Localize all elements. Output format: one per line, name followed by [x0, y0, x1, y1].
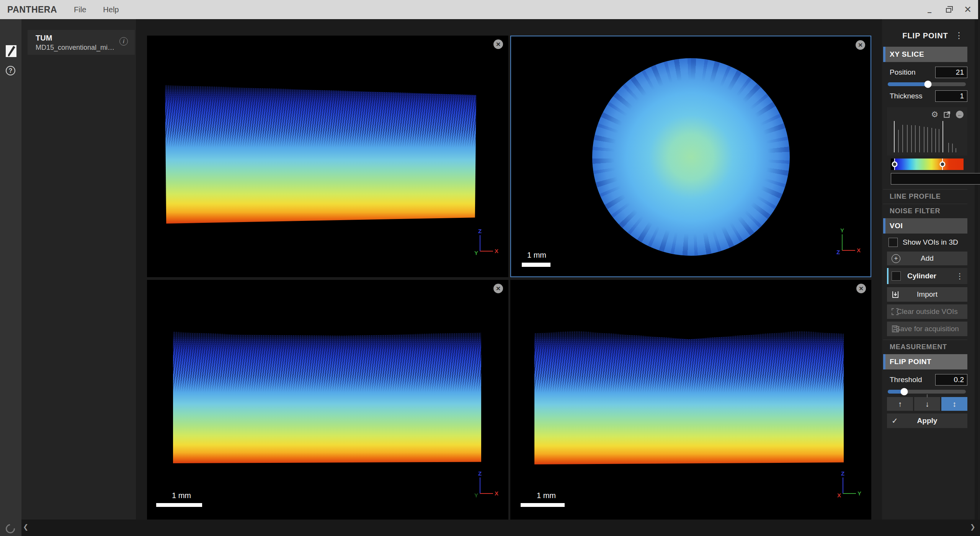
position-input[interactable] — [935, 67, 967, 78]
axis-right-label: Y — [858, 490, 861, 497]
axis-up-label: Z — [478, 228, 482, 234]
colormap-high-handle[interactable] — [942, 159, 943, 170]
section-line-profile[interactable]: LINE PROFILE — [883, 189, 967, 204]
colormap-popout-icon[interactable] — [944, 111, 951, 118]
thickness-input[interactable] — [935, 90, 967, 102]
viewport-bottom-left[interactable]: ✕ 1 mm Z X Y — [147, 280, 508, 520]
axis-origin-label: X — [837, 492, 841, 498]
help-icon[interactable]: ? — [6, 66, 15, 75]
dataset-card[interactable]: TUM MD15_conventional_microst... i — [28, 30, 135, 55]
colormap-low-handle[interactable] — [894, 159, 895, 170]
threshold-input[interactable] — [935, 374, 967, 386]
menu-file[interactable]: File — [74, 5, 86, 14]
restore-button[interactable] — [944, 5, 954, 15]
import-voi-button[interactable]: Import — [887, 287, 967, 302]
colormap-settings-icon[interactable]: ⚙ — [931, 110, 938, 119]
axis-right-label: X — [495, 490, 498, 497]
position-slider[interactable] — [888, 82, 966, 86]
section-flip-point[interactable]: FLIP POINT — [883, 354, 967, 369]
collapse-left-panel-chevron[interactable]: ❮ — [23, 523, 28, 531]
scale-bar-label: 1 mm — [172, 491, 202, 500]
inspector-title-row: FLIP POINT ⋮ — [883, 28, 967, 44]
section-xy-slice[interactable]: XY SLICE — [883, 47, 967, 62]
apply-button[interactable]: ✓ Apply — [887, 413, 967, 428]
window-edge — [978, 0, 980, 536]
inspector-panel: FLIP POINT ⋮ XY SLICE Position Thickness — [882, 19, 975, 520]
voi-item-menu-icon[interactable]: ⋮ — [956, 271, 964, 281]
save-icon — [892, 325, 899, 333]
axis-up-label: Z — [841, 471, 844, 477]
axis-gizmo: Y X Z — [836, 227, 861, 256]
flip-both-toggle[interactable]: ↕ — [941, 397, 967, 411]
show-vois-row: Show VOIs in 3D — [889, 237, 967, 248]
minimize-icon: – — [927, 8, 931, 16]
add-voi-button[interactable]: + Add — [887, 252, 967, 265]
viewport-close-button[interactable]: ✕ — [856, 284, 866, 293]
viewport-close-button[interactable]: ✕ — [493, 284, 503, 293]
viewport-close-button[interactable]: ✕ — [856, 40, 865, 50]
viewport-top-left[interactable]: ✕ Z X Y — [147, 36, 508, 277]
menu-help[interactable]: Help — [103, 5, 119, 14]
axis-gizmo: Z Y X — [837, 471, 861, 499]
flip-up-toggle[interactable]: ↑ — [887, 397, 913, 411]
slice-image — [165, 82, 476, 224]
viewport-bottom-right[interactable]: ✕ 1 mm Z Y X — [510, 280, 871, 520]
axis-right-label: X — [857, 247, 861, 253]
thickness-label: Thickness — [890, 92, 923, 100]
inspector-menu-icon[interactable]: ⋮ — [955, 31, 964, 41]
voi-item-checkbox[interactable] — [892, 271, 901, 281]
axis-gizmo: Z X Y — [474, 228, 498, 257]
axis-up-label: Z — [478, 471, 482, 477]
thickness-row: Thickness — [883, 90, 967, 103]
position-label: Position — [890, 68, 916, 77]
section-noise-filter[interactable]: NOISE FILTER — [883, 204, 967, 218]
threshold-label: Threshold — [890, 376, 922, 384]
close-window-button[interactable]: ✕ — [963, 5, 973, 15]
show-vois-label: Show VOIs in 3D — [903, 238, 958, 247]
slice-image — [173, 331, 481, 463]
position-row: Position — [883, 66, 967, 79]
show-vois-checkbox[interactable] — [889, 238, 898, 247]
threshold-slider[interactable] — [888, 390, 966, 394]
icon-sidebar: ? ❯ — [0, 19, 21, 536]
axis-up-label: Y — [840, 227, 844, 234]
dataset-panel: TUM MD15_conventional_microst... i — [21, 19, 136, 520]
axis-origin-label: Y — [474, 492, 478, 498]
minimize-button[interactable]: – — [924, 5, 934, 15]
voi-list-item-cylinder[interactable]: Cylinder ⋮ — [887, 268, 967, 284]
info-icon[interactable]: i — [119, 37, 128, 46]
threshold-row: Threshold — [883, 373, 967, 386]
app-title: PANTHERA — [7, 5, 57, 15]
viewport-top-right[interactable]: ✕ 1 mm Y X Z — [510, 36, 871, 277]
plus-icon: + — [892, 254, 900, 263]
crop-icon — [892, 308, 898, 315]
titlebar: PANTHERA File Help – ✕ — [0, 0, 978, 19]
slice-image — [534, 331, 844, 464]
threshold-slider-thumb[interactable] — [900, 388, 908, 395]
axis-origin-label: Y — [474, 250, 478, 256]
dataset-subtitle: MD15_conventional_microst... — [36, 44, 115, 52]
axis-origin-label: Z — [836, 249, 840, 255]
colormap-reset-icon[interactable]: ← — [956, 111, 964, 118]
bottom-bar: ❮ ❯ — [21, 520, 980, 536]
app-logo-icon[interactable] — [6, 45, 16, 57]
check-icon: ✓ — [892, 416, 898, 425]
scale-bar-label: 1 mm — [527, 251, 550, 260]
expand-right-panel-chevron[interactable]: ❯ — [970, 523, 975, 531]
position-slider-thumb[interactable] — [924, 81, 932, 88]
axis-gizmo: Z X Y — [474, 471, 498, 499]
viewport-close-button[interactable]: ✕ — [493, 39, 503, 49]
scale-bar: 1 mm — [521, 491, 565, 507]
scale-bar-label: 1 mm — [537, 491, 565, 500]
clear-outside-vois-button: Clear outside VOIs — [887, 304, 967, 319]
inspector-title: FLIP POINT — [902, 31, 948, 40]
import-icon — [892, 291, 899, 298]
section-voi[interactable]: VOI — [883, 218, 967, 234]
range-min-input[interactable] — [891, 173, 980, 185]
flip-direction-toggle-group: ↑ ↓ ↕ — [887, 397, 967, 411]
colormap-gradient[interactable] — [891, 159, 964, 170]
colormap-editor: ⚙ ← — [887, 107, 967, 185]
section-measurement[interactable]: MEASUREMENT — [883, 340, 967, 354]
colormap-range-row — [891, 173, 964, 185]
flip-down-toggle[interactable]: ↓ — [914, 397, 940, 411]
